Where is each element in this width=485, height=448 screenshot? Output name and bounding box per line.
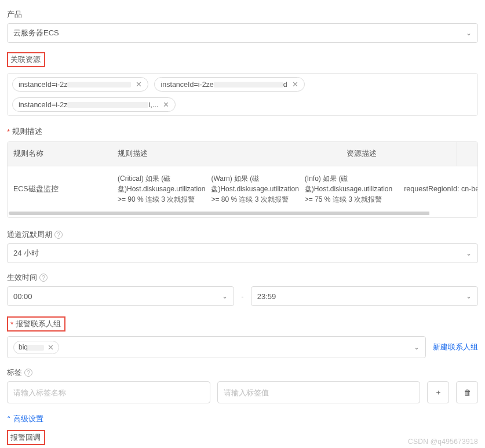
rule-table-row: ECS磁盘监控 (Critical) 如果 (磁盘)Host.diskusage… xyxy=(8,166,477,212)
effective-time-label: 生效时间 ? xyxy=(7,272,478,283)
effective-time-start-select[interactable]: 00:00 ⌄ xyxy=(7,286,234,306)
mute-period-label: 通道沉默周期 ? xyxy=(7,230,478,240)
chevron-down-icon: ⌄ xyxy=(414,343,420,351)
help-icon[interactable]: ? xyxy=(54,231,63,239)
close-icon[interactable]: ✕ xyxy=(163,100,169,109)
close-icon[interactable]: ✕ xyxy=(136,80,142,89)
col-rule-name: 规则名称 xyxy=(8,142,112,166)
product-select-value: 云服务器ECS xyxy=(13,28,59,38)
tag-value-input[interactable] xyxy=(217,381,421,403)
resource-pill[interactable]: instanceId=i-2zi,... ✕ xyxy=(12,97,176,112)
callback-highlight: 报警回调 xyxy=(7,430,45,445)
close-icon[interactable]: ✕ xyxy=(292,80,298,89)
effective-time-end-value: 23:59 xyxy=(257,292,276,301)
contact-group-chip-text: biq xyxy=(19,343,44,351)
help-icon[interactable]: ? xyxy=(24,369,32,377)
time-range-separator: - xyxy=(241,292,243,301)
mute-period-value: 24 小时 xyxy=(13,248,39,258)
close-icon[interactable]: ✕ xyxy=(48,343,54,352)
related-resources-highlight: 关联资源 xyxy=(7,52,45,67)
advanced-settings-label: 高级设置 xyxy=(13,414,43,424)
chevron-down-icon: ⌄ xyxy=(222,292,228,300)
effective-time-end-select[interactable]: 23:59 ⌄ xyxy=(251,286,478,306)
callback-label: 报警回调 xyxy=(10,432,41,443)
watermark-text: CSDN @q495673918 xyxy=(408,438,478,446)
contact-group-select[interactable]: biq ✕ ⌄ xyxy=(7,336,426,358)
product-select[interactable]: 云服务器ECS ⌄ xyxy=(7,23,478,43)
col-resource-desc: 资源描述 xyxy=(341,142,457,166)
col-rule-desc: 规则描述 xyxy=(112,142,341,166)
chevron-down-icon: ⌄ xyxy=(466,249,472,257)
chevron-up-icon: ˄ xyxy=(7,415,11,424)
tag-name-input[interactable] xyxy=(7,381,210,403)
tags-label: 标签 ? xyxy=(7,367,478,378)
plus-icon: ＋ xyxy=(435,387,442,398)
rule-name-cell: ECS磁盘监控 xyxy=(8,166,112,212)
trash-icon: 🗑 xyxy=(464,388,471,397)
rule-desc-cell: (Critical) 如果 (磁盘)Host.diskusage.utiliza… xyxy=(118,173,392,205)
rule-resource-cell: requestRegionId: cn-beijing xyxy=(398,166,478,212)
product-label: 产品 xyxy=(7,9,478,20)
advanced-settings-toggle[interactable]: ˄ 高级设置 xyxy=(7,414,478,424)
rule-table: 规则名称 规则描述 资源描述 ECS磁盘监控 (Critical) 如果 (磁盘… xyxy=(7,141,478,218)
new-contact-group-link[interactable]: 新建联系人组 xyxy=(433,342,478,352)
resource-pill-text: instanceId=i-2zed xyxy=(161,81,287,89)
contact-group-label: 报警联系人组 xyxy=(10,319,61,329)
rule-table-header: 规则名称 规则描述 资源描述 xyxy=(8,142,477,166)
rule-desc-label: 规则描述 xyxy=(7,126,478,137)
chevron-down-icon: ⌄ xyxy=(466,292,472,300)
resource-pill[interactable]: instanceId=i-2z ✕ xyxy=(12,77,148,92)
mute-period-select[interactable]: 24 小时 ⌄ xyxy=(7,243,478,263)
related-resources-label: 关联资源 xyxy=(10,54,41,65)
contact-group-highlight: 报警联系人组 xyxy=(7,316,65,332)
resource-pill[interactable]: instanceId=i-2zed ✕ xyxy=(154,77,304,92)
effective-time-start-value: 00:00 xyxy=(13,292,32,301)
help-icon[interactable]: ? xyxy=(39,274,48,282)
resource-pill-text: instanceId=i-2z xyxy=(19,81,131,89)
resource-pill-text: instanceId=i-2zi,... xyxy=(19,101,158,109)
horizontal-scrollbar[interactable] xyxy=(9,212,476,215)
contact-group-chip[interactable]: biq ✕ xyxy=(13,341,59,354)
tag-delete-button[interactable]: 🗑 xyxy=(456,381,478,403)
related-resources-box[interactable]: instanceId=i-2z ✕ instanceId=i-2zed ✕ in… xyxy=(7,73,478,116)
chevron-down-icon: ⌄ xyxy=(466,29,472,37)
tag-add-button[interactable]: ＋ xyxy=(427,381,449,403)
